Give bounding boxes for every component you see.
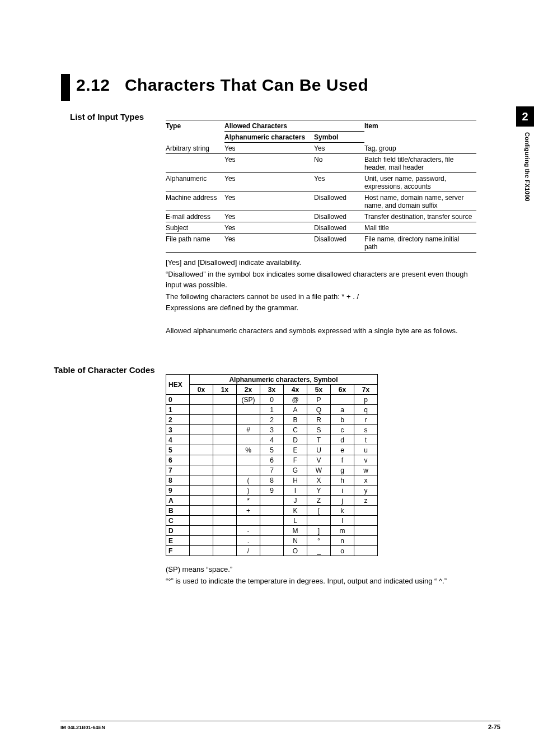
cell: e (331, 445, 354, 455)
cell: L (284, 516, 307, 526)
cell: Q (307, 405, 331, 415)
cell: u (354, 445, 378, 455)
cell: t (354, 435, 378, 445)
cell: J (284, 496, 307, 506)
cell-hex: D (166, 526, 190, 536)
cell: T (307, 435, 331, 445)
cell: Host name, domain name, server name, and… (364, 192, 476, 211)
cell: Machine address (166, 192, 224, 211)
cell: Batch field title/characters, file heade… (364, 154, 476, 173)
th-type: Type (166, 120, 224, 143)
th-item: Item (364, 120, 476, 143)
cell: ( (237, 475, 260, 486)
table-row: E.N°n (166, 536, 378, 546)
cell (190, 506, 213, 516)
cell: R (307, 415, 331, 425)
cell: h (331, 475, 354, 486)
cell: Yes (224, 234, 314, 253)
cell: s (354, 425, 378, 435)
table-row: 77GWgw (166, 465, 378, 475)
cell: 5 (260, 445, 284, 455)
cell (190, 475, 213, 486)
cell (260, 526, 284, 536)
cell: Disallowed (314, 211, 364, 222)
table-row: CLl (166, 516, 378, 526)
th-allowed: Allowed Characters (224, 120, 364, 132)
cell-hex: F (166, 546, 190, 556)
note-line: Expressions are defined by the grammar. (166, 303, 482, 314)
cell: M (284, 526, 307, 536)
cell: ° (307, 536, 331, 546)
table-row: 9)9IYiy (166, 486, 378, 496)
cell (213, 546, 237, 556)
cell: Yes (314, 143, 364, 154)
cell: # (237, 425, 260, 435)
cell: S (307, 425, 331, 435)
cell: - (237, 526, 260, 536)
table-row: 5%5EUeu (166, 445, 378, 455)
table-row: 66FVfv (166, 455, 378, 465)
cell: m (331, 526, 354, 536)
cell: j (331, 496, 354, 506)
cell-hex: A (166, 496, 190, 506)
cell: x (354, 475, 378, 486)
cell: Mail title (364, 222, 476, 234)
heading-input-types: List of Input Types (70, 112, 144, 122)
codes-table: HEX Alphanumeric characters, Symbol 0x 1… (166, 374, 378, 556)
cell: E (284, 445, 307, 455)
title-flag (61, 74, 70, 101)
cell-hex: 9 (166, 486, 190, 496)
cell-hex: E (166, 536, 190, 546)
section-title: Characters That Can Be Used (125, 76, 368, 94)
cell: Yes (224, 143, 314, 154)
input-types-table: Type Allowed Characters Item Alphanumeri… (166, 120, 476, 253)
cell: q (354, 405, 378, 415)
cell: File path name (166, 234, 224, 253)
cell: Unit, user name, password, expressions, … (364, 173, 476, 192)
cell: E-mail address (166, 211, 224, 222)
cell (354, 546, 378, 556)
cell: U (307, 445, 331, 455)
cell: a (331, 405, 354, 415)
table-row: 3#3CScs (166, 425, 378, 435)
cell: Disallowed (314, 222, 364, 234)
cell: 6 (260, 455, 284, 465)
cell: 1 (260, 405, 284, 415)
cell: d (331, 435, 354, 445)
cell (354, 536, 378, 546)
cell (190, 486, 213, 496)
cell: [ (307, 506, 331, 516)
cell: % (237, 445, 260, 455)
cell: Subject (166, 222, 224, 234)
cell: P (307, 395, 331, 405)
cell: Tag, group (364, 143, 476, 154)
cell: k (331, 506, 354, 516)
cell: C (284, 425, 307, 435)
input-types-notes: [Yes] and [Disallowed] indicate availabi… (166, 258, 482, 338)
cell-hex: 0 (166, 395, 190, 405)
cell: Arbitrary string (166, 143, 224, 154)
note-line: The following characters cannot be used … (166, 292, 482, 302)
cell (237, 435, 260, 445)
table-row: File path name Yes Disallowed File name,… (166, 234, 476, 253)
page-title: 2.12 Characters That Can Be Used (76, 76, 368, 95)
cell (213, 526, 237, 536)
cell (213, 536, 237, 546)
cell (213, 516, 237, 526)
cell: g (331, 465, 354, 475)
table-row: Subject Yes Disallowed Mail title (166, 222, 476, 234)
cell (260, 546, 284, 556)
cell-hex: 4 (166, 435, 190, 445)
cell (307, 516, 331, 526)
table-row: Alphanumeric Yes Yes Unit, user name, pa… (166, 173, 476, 192)
cell (213, 455, 237, 465)
cell: n (331, 536, 354, 546)
cell-hex: 5 (166, 445, 190, 455)
cell: 7 (260, 465, 284, 475)
cell: Disallowed (314, 192, 364, 211)
cell-hex: 7 (166, 465, 190, 475)
cell: f (331, 455, 354, 465)
cell (354, 516, 378, 526)
cell (213, 506, 237, 516)
table-row: Machine address Yes Disallowed Host name… (166, 192, 476, 211)
